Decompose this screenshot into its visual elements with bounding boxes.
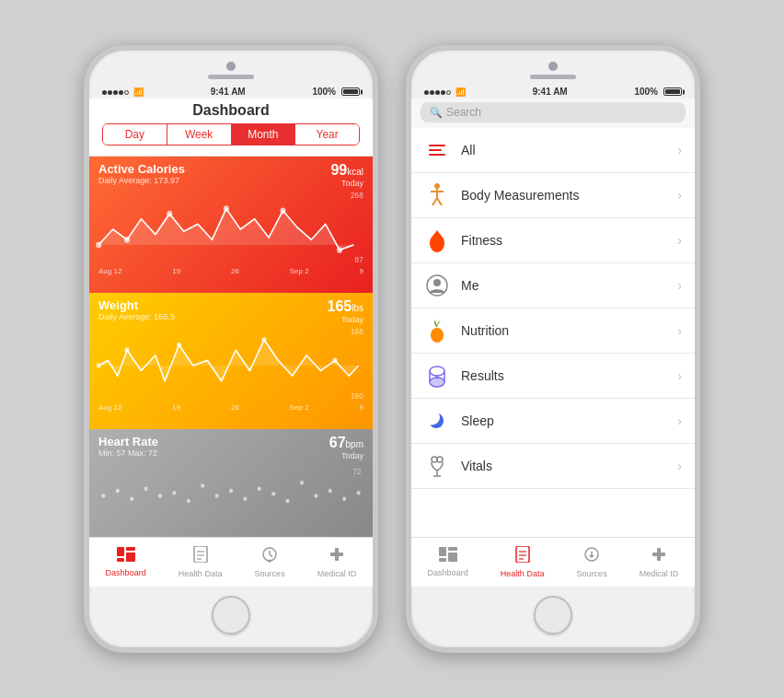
- svg-point-14: [332, 358, 337, 364]
- speaker: [208, 75, 254, 79]
- health-data-tab-bar: Dashboard Health Data Sources Medical ID: [411, 537, 695, 587]
- front-camera: [226, 62, 236, 71]
- calories-value-col: 99kcal Today: [330, 162, 363, 188]
- heartrate-value-col: 67bpm Today: [329, 435, 363, 460]
- medical-id-tab-icon: [329, 546, 345, 567]
- search-bar[interactable]: 🔍 Search: [421, 102, 686, 122]
- status-time: 9:41 AM: [211, 87, 246, 97]
- health-item-results[interactable]: Results ›: [411, 354, 695, 399]
- tab-dashboard-label: Dashboard: [106, 568, 146, 577]
- weight-value: 165lbs: [328, 298, 364, 315]
- svg-rect-68: [516, 546, 529, 563]
- svg-point-16: [116, 489, 120, 493]
- health-item-vitals[interactable]: Vitals ›: [411, 444, 695, 489]
- svg-rect-64: [439, 547, 446, 556]
- svg-point-59: [430, 378, 444, 387]
- svg-point-2: [96, 242, 101, 249]
- me-label: Me: [461, 278, 677, 293]
- tab-dashboard-label-2: Dashboard: [428, 568, 468, 577]
- body-label: Body Measurements: [461, 188, 677, 203]
- weight-card[interactable]: Weight Daily Average: 165.5 165lbs Today…: [89, 293, 373, 429]
- nutrition-label: Nutrition: [461, 323, 677, 338]
- heartrate-subtitle: Min: 57 Max: 72: [98, 448, 158, 458]
- tab-health-data-2[interactable]: Health Data: [501, 546, 545, 578]
- tab-health-data[interactable]: Health Data: [179, 546, 223, 578]
- heartrate-chart-svg: 72: [89, 460, 373, 511]
- heartrate-card-header: Heart Rate Min: 57 Max: 72 67bpm Today: [89, 429, 373, 460]
- health-item-nutrition[interactable]: Nutrition ›: [411, 308, 695, 354]
- svg-rect-36: [117, 558, 124, 562]
- results-chevron: ›: [677, 368, 682, 383]
- vitals-label: Vitals: [461, 459, 677, 473]
- svg-point-61: [437, 457, 443, 462]
- tab-dashboard[interactable]: Dashboard: [106, 547, 146, 577]
- svg-point-19: [158, 494, 162, 497]
- me-chevron: ›: [677, 278, 682, 293]
- svg-point-28: [286, 499, 290, 503]
- calories-value: 99kcal: [330, 162, 363, 179]
- svg-marker-74: [589, 555, 594, 558]
- phone-bottom-2: [534, 587, 572, 647]
- calories-card[interactable]: Active Calories Daily Average: 173.97 99…: [89, 157, 373, 293]
- heartrate-name: Heart Rate: [98, 435, 158, 448]
- svg-point-22: [201, 483, 204, 487]
- svg-rect-35: [117, 547, 124, 556]
- svg-point-27: [271, 492, 275, 495]
- svg-point-56: [430, 366, 444, 376]
- svg-point-21: [187, 499, 190, 503]
- tab-medical-id[interactable]: Medical ID: [317, 546, 357, 578]
- phone-bottom: [212, 587, 250, 647]
- weight-value-col: 165lbs Today: [328, 298, 364, 324]
- svg-rect-37: [126, 547, 135, 551]
- heartrate-card[interactable]: Heart Rate Min: 57 Max: 72 67bpm Today: [89, 429, 373, 537]
- dashboard-tab-icon-2: [439, 547, 457, 566]
- calories-subtitle: Daily Average: 173.97: [98, 176, 185, 185]
- calories-chart-svg: 268 87: [89, 188, 373, 271]
- health-item-body[interactable]: Body Measurements ›: [411, 173, 695, 218]
- tab-medical-id-label-2: Medical ID: [640, 569, 679, 578]
- health-item-sleep[interactable]: Sleep ›: [411, 399, 695, 444]
- time-btn-month[interactable]: Month: [231, 124, 295, 145]
- svg-point-20: [172, 491, 176, 494]
- body-icon: [424, 182, 450, 208]
- svg-line-51: [432, 198, 437, 205]
- time-btn-day[interactable]: Day: [103, 124, 167, 145]
- tab-sources-2[interactable]: Sources: [577, 546, 607, 578]
- calories-period: Today: [330, 179, 363, 188]
- front-camera-2: [548, 62, 558, 71]
- dashboard-tab-icon: [117, 547, 135, 566]
- tab-medical-id-2[interactable]: Medical ID: [640, 546, 679, 578]
- calories-title-col: Active Calories Daily Average: 173.97: [98, 162, 185, 185]
- svg-text:87: 87: [355, 255, 363, 264]
- health-item-all[interactable]: All ›: [411, 128, 695, 173]
- health-item-me[interactable]: Me ›: [411, 263, 695, 308]
- tab-sources-label-2: Sources: [577, 569, 607, 578]
- all-chevron: ›: [677, 143, 682, 157]
- calories-name: Active Calories: [98, 162, 185, 176]
- vitals-icon: [424, 453, 450, 479]
- time-btn-year[interactable]: Year: [294, 124, 359, 145]
- heartrate-title-col: Heart Rate Min: 57 Max: 72: [98, 435, 158, 458]
- results-label: Results: [461, 368, 677, 383]
- home-button-2[interactable]: [534, 596, 572, 634]
- svg-point-3: [124, 237, 130, 243]
- heartrate-chart: 72: [89, 460, 373, 511]
- svg-point-55: [431, 328, 444, 343]
- svg-point-33: [357, 491, 361, 494]
- health-data-phone: 📶 9:41 AM 100% 🔍 Search: [406, 45, 700, 653]
- svg-point-24: [229, 489, 233, 493]
- tab-dashboard-2[interactable]: Dashboard: [428, 547, 468, 577]
- sleep-chevron: ›: [677, 413, 682, 428]
- calories-chart: 268 87: [89, 188, 373, 271]
- home-button[interactable]: [212, 596, 250, 634]
- time-btn-week[interactable]: Week: [167, 124, 231, 145]
- wifi-icon: 📶: [133, 87, 144, 97]
- svg-point-10: [97, 363, 101, 368]
- fitness-chevron: ›: [677, 233, 682, 248]
- svg-text:168: 168: [351, 327, 363, 336]
- sources-tab-icon: [261, 546, 278, 567]
- svg-text:268: 268: [351, 191, 363, 200]
- battery-percent: 100%: [312, 87, 336, 97]
- tab-sources[interactable]: Sources: [255, 546, 285, 578]
- health-item-fitness[interactable]: Fitness ›: [411, 218, 695, 263]
